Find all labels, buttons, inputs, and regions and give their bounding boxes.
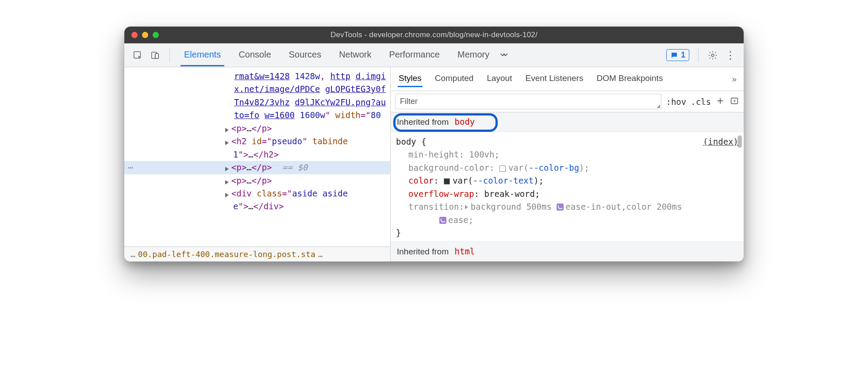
tab-elements[interactable]: Elements — [181, 44, 224, 66]
color-swatch-icon[interactable] — [499, 165, 506, 172]
window-title: DevTools - developer.chrome.com/blog/new… — [124, 31, 744, 39]
devtools-window: DevTools - developer.chrome.com/blog/new… — [124, 27, 744, 261]
elements-panel: rmat&w=1428 1428w, http d.imgix.net/imag… — [124, 67, 391, 261]
crumb-ellipsis-right[interactable]: … — [318, 250, 323, 259]
settings-gear-icon[interactable] — [707, 49, 719, 61]
window-controls — [124, 32, 159, 38]
issues-count: 1 — [681, 50, 685, 60]
inherited-from-body-header[interactable]: Inherited from body — [391, 112, 744, 132]
close-window-button[interactable] — [131, 32, 138, 38]
dom-attr-continuation[interactable]: rmat&w=1428 1428w, http d.imgix.net/imag… — [137, 70, 387, 122]
decl-overflow-wrap[interactable]: overflow-wrap: break-word; — [396, 188, 738, 200]
decl-transition[interactable]: transition:background 500ms ease-in-out,… — [396, 200, 738, 227]
dom-node-p[interactable]: <p>…</p> — [137, 122, 387, 135]
tab-memory[interactable]: Memory — [454, 44, 493, 66]
inherited-label: Inherited from — [397, 117, 449, 127]
styles-filter-input[interactable]: Filter — [395, 94, 661, 109]
more-subtabs-chevron-icon[interactable]: » — [732, 74, 737, 84]
rule-source-link[interactable]: (index) — [703, 135, 738, 148]
crumb-path[interactable]: 00.pad-left-400.measure-long.post.sta — [138, 250, 315, 259]
svg-point-4 — [711, 54, 714, 57]
expand-triangle-icon[interactable] — [225, 180, 229, 184]
tab-performance[interactable]: Performance — [386, 44, 444, 66]
svg-rect-2 — [155, 54, 158, 58]
separator — [698, 49, 699, 62]
kebab-menu-icon[interactable]: ⋮ — [724, 49, 737, 61]
expand-triangle-icon[interactable] — [225, 193, 229, 197]
minimize-window-button[interactable] — [142, 32, 148, 38]
expand-triangle-icon[interactable] — [225, 167, 229, 171]
dom-node-div[interactable]: <div class="aside aside e">…</div> — [137, 187, 387, 213]
expand-triangle-icon[interactable] — [225, 128, 229, 132]
decl-min-height[interactable]: min-height: 100vh; — [396, 148, 738, 161]
subtab-layout[interactable]: Layout — [486, 71, 513, 87]
issues-badge[interactable]: 1 — [666, 49, 689, 61]
tab-sources[interactable]: Sources — [285, 44, 325, 66]
rule-selector[interactable]: body { — [396, 135, 738, 148]
crumb-ellipsis-left[interactable]: … — [131, 250, 135, 259]
subtab-computed[interactable]: Computed — [434, 71, 475, 87]
decl-color[interactable]: color: var(--color-text); — [396, 174, 738, 187]
color-swatch-icon[interactable] — [444, 178, 450, 184]
dom-tree[interactable]: rmat&w=1428 1428w, http d.imgix.net/imag… — [124, 67, 390, 246]
dom-node-p[interactable]: <p>…</p> — [137, 174, 387, 187]
bezier-editor-icon[interactable] — [439, 217, 446, 224]
expand-shorthand-icon[interactable] — [465, 205, 468, 209]
dom-node-selected[interactable]: ⋯ <p>…</p> == $0 — [124, 161, 390, 174]
css-rule[interactable]: (index) body { min-height: 100vh; backgr… — [391, 132, 744, 242]
inherited-from-html-header[interactable]: Inherited from html — [391, 242, 744, 261]
bezier-editor-icon[interactable] — [557, 204, 564, 211]
breadcrumb[interactable]: … 00.pad-left-400.measure-long.post.sta … — [124, 246, 390, 261]
inspect-element-icon[interactable] — [131, 49, 144, 61]
row-overflow-icon[interactable]: ⋯ — [124, 161, 137, 174]
selected-marker: == $0 — [282, 162, 307, 172]
tab-console[interactable]: Console — [235, 44, 274, 66]
panel-tabs: Elements Console Sources Network Perform… — [181, 44, 493, 66]
cls-toggle[interactable]: .cls — [691, 97, 711, 107]
titlebar: DevTools - developer.chrome.com/blog/new… — [124, 27, 744, 43]
styles-toolbar: Filter :hov .cls — [391, 91, 744, 112]
styles-pane: Styles Computed Layout Event Listeners D… — [391, 67, 744, 261]
decl-background-color[interactable]: background-color: var(--color-bg); — [396, 161, 738, 174]
tab-network[interactable]: Network — [335, 44, 375, 66]
main-toolbar: Elements Console Sources Network Perform… — [124, 43, 744, 67]
toggle-sidebar-icon[interactable] — [730, 96, 739, 108]
subtab-styles[interactable]: Styles — [398, 71, 422, 87]
inherited-tag: html — [455, 246, 475, 256]
dom-node-h2[interactable]: <h2 id="pseudo" tabinde 1">…</h2> — [137, 135, 387, 161]
expand-triangle-icon[interactable] — [225, 141, 229, 145]
separator — [169, 49, 170, 62]
more-tabs-chevron-icon[interactable] — [497, 49, 510, 61]
hov-toggle[interactable]: :hov — [666, 97, 686, 107]
subtab-dom-breakpoints[interactable]: DOM Breakpoints — [595, 71, 664, 87]
inherited-tag: body — [455, 117, 475, 127]
rule-close-brace: } — [396, 227, 738, 239]
device-toolbar-icon[interactable] — [149, 49, 161, 61]
inherited-label: Inherited from — [397, 247, 449, 256]
zoom-window-button[interactable] — [153, 32, 159, 38]
subtab-event-listeners[interactable]: Event Listeners — [524, 71, 584, 87]
sidebar-tabs: Styles Computed Layout Event Listeners D… — [391, 67, 744, 91]
new-style-rule-icon[interactable] — [715, 96, 725, 108]
